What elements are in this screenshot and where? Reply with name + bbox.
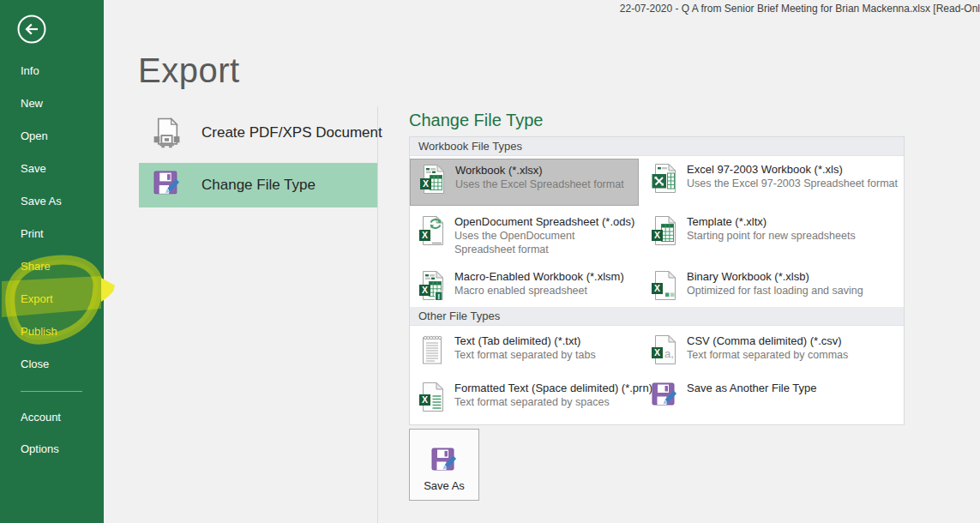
file-type-panel: Workbook File Types X Workbook (*.xlsx) [409, 136, 905, 425]
file-type-title: Macro-Enabled Workbook (*.xlsm) [454, 269, 624, 284]
svg-text:X: X [423, 178, 429, 189]
file-type-csv[interactable]: X a, CSV (Comma delimited) (*.csv) Text … [642, 330, 905, 373]
sidebar-divider [21, 391, 82, 392]
file-type-title: Excel 97-2003 Workbook (*.xls) [687, 162, 898, 177]
file-type-title: CSV (Comma delimited) (*.csv) [687, 334, 848, 348]
csv-file-icon: X a, [651, 334, 678, 365]
pdf-xps-document-icon [153, 117, 181, 149]
sidebar-item-info[interactable]: Info [21, 64, 39, 77]
save-as-floppy-pencil-icon [430, 447, 458, 474]
sidebar-item-close[interactable]: Close [21, 358, 49, 370]
option-create-pdf-xps[interactable]: Create PDF/XPS Document [139, 111, 377, 155]
file-type-macro-enabled-xlsm[interactable]: X ! Macro-Enabled Workbook (*.xlsm) Macr… [410, 266, 639, 305]
file-type-title: OpenDocument Spreadsheet (*.ods) [454, 214, 632, 229]
file-type-title: Workbook (*.xlsx) [455, 163, 624, 177]
excel-template-icon: X [651, 215, 678, 246]
file-type-description: Text format separated by commas [687, 348, 848, 362]
binary-workbook-icon: X [651, 270, 678, 301]
sidebar-item-print[interactable]: Print [21, 227, 44, 240]
file-type-formatted-text-prn[interactable]: X Formatted Text (Space delimited) (*.pr… [410, 377, 639, 422]
opendocument-spreadsheet-icon: X [418, 215, 446, 246]
file-type-description: Uses the Excel Spreadsheet format [455, 177, 624, 191]
section-header-other-file-types: Other File Types [410, 307, 904, 326]
option-label: Change File Type [201, 177, 316, 194]
file-type-workbook-xlsx[interactable]: X Workbook (*.xlsx) Uses the Excel Sprea… [410, 159, 639, 206]
sidebar-item-share[interactable]: Share [21, 260, 51, 273]
page-title: Export [138, 51, 240, 90]
svg-text:X: X [422, 285, 428, 295]
sidebar-item-save[interactable]: Save [21, 162, 46, 175]
file-type-title: Save as Another File Type [687, 381, 817, 395]
file-type-description: Text format separated by tabs [454, 348, 596, 362]
back-button[interactable] [16, 14, 47, 45]
file-type-description: Optimized for fast loading and saving [687, 284, 863, 298]
excel-workbook-icon: X [419, 164, 447, 195]
section-header-workbook-file-types: Workbook File Types [410, 137, 904, 156]
file-type-title: Template (*.xltx) [687, 214, 856, 229]
window-title: 22-07-2020 - Q A from Senior Brief Meeti… [620, 3, 980, 15]
svg-text:X: X [654, 283, 660, 293]
file-type-excel-97-2003-xls[interactable]: Excel 97-2003 Workbook (*.xls) Uses the … [642, 159, 905, 206]
save-as-button-label: Save As [424, 479, 465, 492]
excel-backstage-export-view: 22-07-2020 - Q A from Senior Brief Meeti… [0, 0, 980, 523]
back-arrow-icon [16, 14, 47, 45]
file-type-text-txt[interactable]: Text (Tab delimited) (*.txt) Text format… [410, 330, 639, 373]
sidebar-item-open[interactable]: Open [21, 129, 48, 142]
save-as-button[interactable]: Save As [409, 429, 479, 501]
sidebar-item-account[interactable]: Account [21, 411, 61, 424]
sidebar-item-export[interactable]: Export [21, 292, 53, 305]
file-type-description: Uses the Excel 97-2003 Spreadsheet forma… [687, 177, 898, 190]
sidebar-item-new[interactable]: New [21, 97, 43, 110]
svg-text:a,: a, [664, 347, 674, 360]
formatted-text-file-icon: X [418, 382, 446, 412]
svg-text:X: X [654, 230, 660, 240]
change-file-type-heading: Change File Type [409, 111, 543, 130]
file-type-opendocument-ods[interactable]: X OpenDocument Spreadsheet (*.ods) Uses … [410, 211, 639, 266]
file-type-title: Text (Tab delimited) (*.txt) [454, 334, 596, 348]
text-file-icon [418, 334, 446, 365]
option-change-file-type[interactable]: Change File Type [139, 163, 377, 207]
file-type-description: Starting point for new spreadsheets [687, 229, 856, 243]
svg-text:X: X [422, 230, 428, 240]
option-label: Create PDF/XPS Document [201, 124, 382, 141]
backstage-sidebar: Info New Open Save Save As Print Share E… [0, 0, 104, 523]
svg-text:X: X [654, 347, 660, 358]
save-as-floppy-pencil-icon [651, 382, 678, 409]
pane-divider [377, 106, 378, 523]
sidebar-item-save-as[interactable]: Save As [21, 195, 62, 207]
sidebar-item-publish[interactable]: Publish [21, 325, 57, 338]
file-type-save-as-another[interactable]: Save as Another File Type [642, 377, 905, 422]
file-type-description: Text format separated by spaces [454, 395, 632, 409]
file-type-description: Macro enabled spreadsheet [454, 284, 624, 298]
sidebar-item-options[interactable]: Options [21, 442, 59, 455]
file-type-title: Binary Workbook (*.xlsb) [687, 269, 863, 284]
excel-97-2003-workbook-icon [651, 163, 678, 194]
file-type-title: Formatted Text (Space delimited) (*.prn) [454, 381, 632, 395]
file-type-binary-xlsb[interactable]: X Binary Workbook (*.xlsb) Optimized for… [642, 266, 905, 305]
change-file-type-icon [153, 170, 181, 201]
macro-enabled-workbook-icon: X ! [418, 270, 446, 301]
svg-text:!: ! [437, 292, 440, 301]
svg-text:X: X [422, 394, 428, 405]
file-type-description: Uses the OpenDocument Spreadsheet format [454, 229, 626, 256]
file-type-template-xltx[interactable]: X Template (*.xltx) Starting point for n… [642, 211, 905, 266]
